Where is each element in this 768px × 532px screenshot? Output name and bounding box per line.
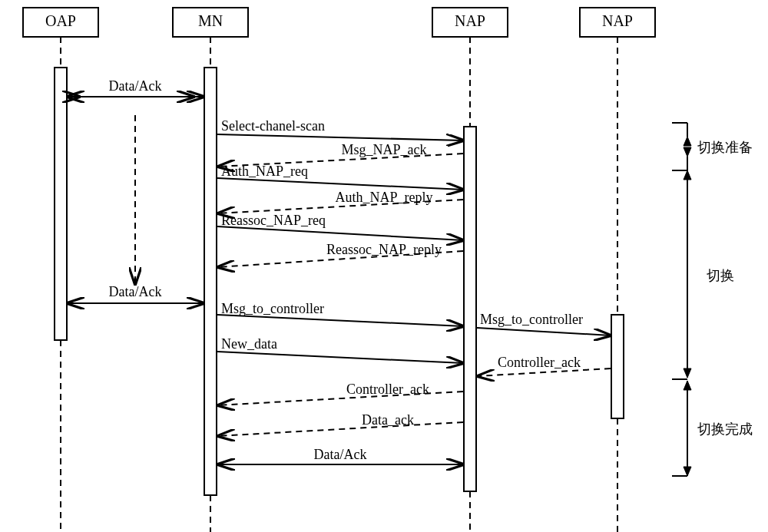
lbl-nap-ack: Msg_NAP_ack xyxy=(342,142,427,157)
msg-reassoc-req xyxy=(217,226,463,240)
activation-nap2 xyxy=(611,315,624,418)
activation-nap1 xyxy=(464,127,476,491)
lbl-auth-reply: Auth_NAP_reply xyxy=(336,190,433,205)
lifeline-label-oap: OAP xyxy=(45,12,76,29)
msg-new-data xyxy=(217,352,463,363)
lbl-data-ack-1: Data/Ack xyxy=(109,78,162,94)
lbl-select-scan: Select-chanel-scan xyxy=(221,118,325,134)
lbl-ctrl-ack-1: Controller_ack xyxy=(498,355,581,370)
activation-mn xyxy=(204,68,217,495)
msg-select-scan xyxy=(217,134,463,140)
lbl-auth-req: Auth_NAP_req xyxy=(221,164,308,179)
lbl-reassoc-reply: Reassoc_NAP_reply xyxy=(326,242,442,257)
lbl-to-ctrl-2: Msg_to_controller xyxy=(480,312,583,327)
lbl-new-data: New_data xyxy=(221,336,277,352)
phase-bracket xyxy=(672,123,691,476)
lifeline-label-nap2: NAP xyxy=(602,12,633,29)
msg-data-ack-dash xyxy=(218,422,463,436)
lifeline-label-mn: MN xyxy=(198,12,223,29)
activation-oap xyxy=(55,68,67,340)
lbl-phase-handover: 切换 xyxy=(707,268,734,283)
lbl-data-ack-2: Data/Ack xyxy=(109,284,162,299)
lbl-phase-prepare: 切换准备 xyxy=(697,140,753,155)
lbl-to-ctrl-1: Msg_to_controller xyxy=(221,301,324,316)
msg-to-ctrl-2 xyxy=(477,328,611,335)
msg-to-ctrl-1 xyxy=(217,315,463,326)
lbl-ctrl-ack-2: Controller_ack xyxy=(346,382,429,397)
lbl-data-ack-dash: Data_ack xyxy=(362,412,414,428)
lbl-reassoc-req: Reassoc_NAP_req xyxy=(221,213,326,228)
lbl-data-ack-3: Data/Ack xyxy=(314,447,367,462)
sequence-diagram: OAP MN NAP NAP Data/Ack Select-chanel-sc… xyxy=(0,0,768,532)
lbl-phase-complete: 切换完成 xyxy=(697,421,753,437)
lifeline-label-nap1: NAP xyxy=(455,12,485,29)
msg-auth-req xyxy=(217,178,463,190)
